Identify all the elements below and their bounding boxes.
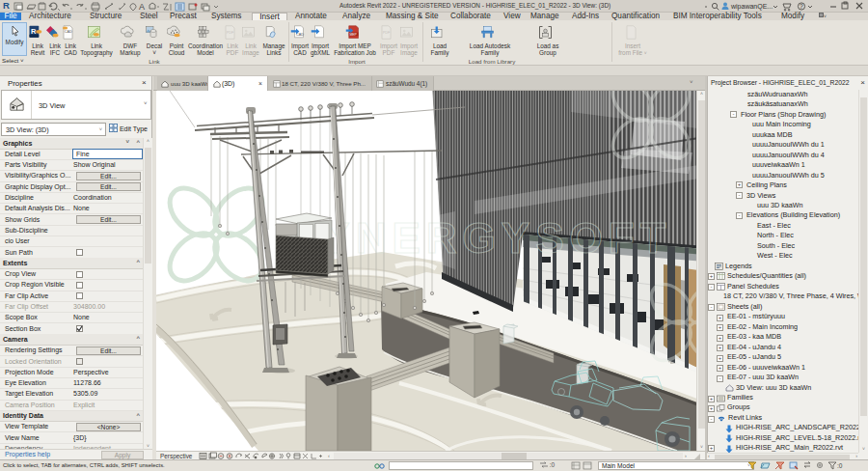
svg-text:wipawanQE...: wipawanQE...: [730, 3, 773, 11]
svg-text:CAD: CAD: [65, 30, 72, 34]
svg-text:PDF: PDF: [227, 31, 234, 35]
svg-text:CAD: CAD: [296, 33, 304, 37]
svg-text:MEP: MEP: [350, 33, 358, 37]
svg-text:A: A: [139, 2, 145, 12]
svg-text:PDF: PDF: [383, 31, 391, 35]
svg-text:?: ?: [800, 3, 803, 10]
svg-text::0: :0: [837, 462, 843, 469]
svg-text:R: R: [31, 27, 37, 36]
